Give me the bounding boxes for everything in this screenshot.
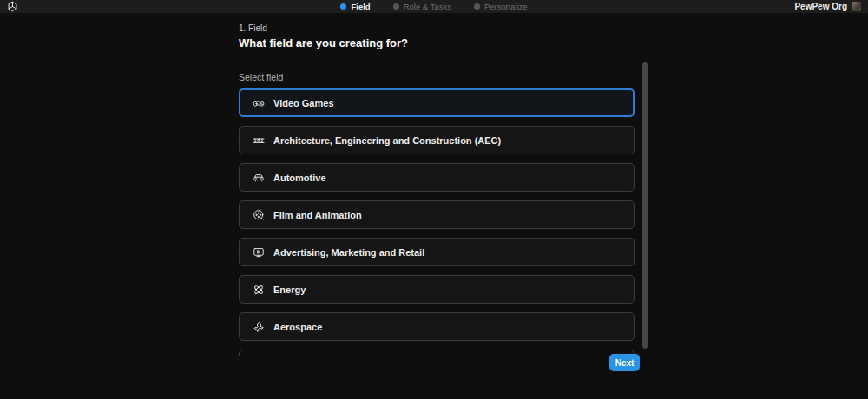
option-label: Film and Animation [273,210,362,220]
next-button[interactable]: Next [609,354,640,371]
step-dot-icon [474,3,480,10]
step-personalize[interactable]: Personalize [474,2,528,11]
step-label: Field [351,2,370,11]
step-dot-icon [393,3,399,10]
option-partial-next[interactable] [239,350,635,356]
atom-icon [252,283,266,297]
field-option-list: Video Games Architecture, Engineering an… [239,88,635,356]
bridge-icon [252,134,266,147]
page-title: What field are you creating for? [239,36,635,49]
step-dot-icon [340,3,346,10]
option-label: Video Games [273,98,334,108]
option-label: Advertising, Marketing and Retail [273,247,424,258]
option-advertising[interactable]: Advertising, Marketing and Retail [239,238,635,266]
step-label: Role & Tasks [404,2,451,11]
select-field-label: Select field [239,72,635,82]
avatar[interactable] [852,2,861,11]
step-number-label: 1. Field [239,23,635,33]
option-aerospace[interactable]: Aerospace [239,312,635,341]
option-label: Aerospace [273,322,322,332]
gamepad-icon [252,96,266,110]
option-film-animation[interactable]: Film and Animation [239,200,635,229]
top-bar: Field Role & Tasks Personalize PewPew Or… [0,0,868,13]
scrollbar-thumb[interactable] [642,62,648,349]
step-role-tasks[interactable]: Role & Tasks [393,2,451,11]
org-name: PewPew Org [794,2,847,11]
option-automotive[interactable]: Automotive [239,163,635,192]
car-icon [252,171,266,185]
option-label: Architecture, Engineering and Constructi… [273,135,501,146]
screen-play-icon [252,245,266,259]
unity-logo-icon[interactable] [7,1,18,12]
option-video-games[interactable]: Video Games [239,88,635,117]
step-field[interactable]: Field [340,2,370,11]
film-reel-icon [252,208,266,222]
scrollbar[interactable] [642,62,648,361]
plane-icon [252,320,266,334]
step-label: Personalize [484,2,528,11]
option-label: Automotive [273,173,326,183]
option-aec[interactable]: Architecture, Engineering and Constructi… [239,126,635,154]
main-content: 1. Field What field are you creating for… [0,13,868,399]
option-energy[interactable]: Energy [239,275,635,304]
wizard-stepper: Field Role & Tasks Personalize [304,2,564,11]
option-label: Energy [273,285,306,295]
account-area[interactable]: PewPew Org [794,2,861,11]
